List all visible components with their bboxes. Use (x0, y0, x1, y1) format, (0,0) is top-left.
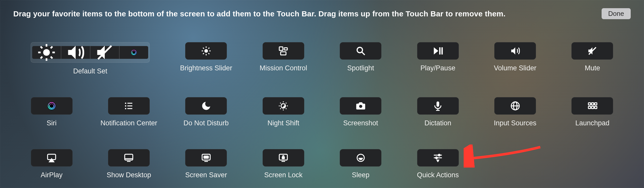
svg-line-40 (286, 108, 287, 109)
svg-line-23 (362, 52, 365, 55)
siri-icon (120, 46, 148, 59)
item-default-set[interactable]: Default Set (13, 42, 167, 75)
done-button[interactable]: Done (602, 8, 631, 19)
svg-rect-44 (437, 102, 439, 107)
header: Drag your favorite items to the bottom o… (13, 8, 631, 19)
label-input-sources: Input Sources (494, 119, 536, 127)
svg-point-22 (357, 47, 362, 53)
svg-line-8 (51, 47, 53, 48)
svg-rect-65 (282, 157, 285, 159)
volume-icon (494, 42, 536, 60)
sleep-icon (340, 149, 381, 167)
item-sleep[interactable]: Sleep (322, 149, 399, 179)
svg-point-0 (43, 49, 50, 56)
label-do-not-disturb: Do Not Disturb (183, 119, 229, 127)
svg-rect-19 (279, 47, 283, 50)
instruction-text: Drag your favorite items to the bottom o… (13, 9, 506, 18)
item-siri[interactable]: Siri (13, 97, 90, 127)
label-show-desktop: Show Desktop (107, 171, 151, 179)
play-pause-icon (417, 42, 459, 60)
svg-rect-26 (441, 47, 443, 54)
brightness-icon (185, 42, 227, 60)
label-brightness-slider: Brightness Slider (180, 64, 232, 72)
svg-line-5 (41, 47, 42, 48)
volume-icon (61, 46, 90, 59)
svg-point-32 (125, 108, 126, 109)
launchpad-icon (571, 97, 613, 115)
globe-icon (494, 97, 536, 115)
mute-icon (571, 42, 613, 60)
item-screen-saver[interactable]: Screen Saver (168, 149, 244, 179)
screen-saver-icon (185, 149, 227, 167)
item-input-sources[interactable]: Input Sources (477, 97, 554, 127)
svg-rect-58 (125, 154, 133, 160)
svg-point-43 (359, 105, 362, 108)
item-airplay[interactable]: AirPlay (13, 149, 90, 179)
lock-icon (263, 149, 304, 167)
item-notification-center[interactable]: Notification Center (90, 97, 167, 127)
label-screen-saver: Screen Saver (185, 171, 227, 179)
svg-rect-52 (595, 103, 597, 105)
microphone-icon (417, 97, 459, 115)
label-volume-slider: Volume Slider (494, 64, 536, 72)
svg-line-16 (208, 53, 209, 54)
label-screen-lock: Screen Lock (264, 171, 302, 179)
svg-rect-21 (281, 52, 286, 55)
svg-marker-24 (434, 47, 438, 54)
label-airplay: AirPlay (41, 171, 63, 179)
svg-rect-55 (595, 106, 597, 109)
item-quick-actions[interactable]: Quick Actions (400, 149, 476, 179)
svg-rect-51 (591, 103, 594, 105)
item-do-not-disturb[interactable]: Do Not Disturb (168, 97, 244, 127)
item-launchpad[interactable]: Launchpad (554, 97, 631, 127)
default-set-key (31, 42, 150, 63)
svg-point-28 (125, 103, 126, 104)
mute-icon (90, 46, 120, 59)
svg-rect-33 (127, 108, 132, 109)
moon-icon (185, 97, 227, 115)
desktop-icon (108, 149, 150, 167)
touchbar-customize-panel: Drag your favorite items to the bottom o… (0, 0, 644, 188)
siri-icon (31, 97, 73, 115)
list-icon (108, 97, 150, 115)
item-night-shift[interactable]: Night Shift (245, 97, 322, 127)
svg-rect-53 (588, 106, 591, 109)
svg-line-17 (203, 53, 204, 54)
mission-control-icon (263, 42, 304, 60)
quick-actions-icon (417, 149, 459, 167)
label-dictation: Dictation (425, 119, 451, 127)
svg-line-7 (41, 57, 42, 58)
search-icon (340, 42, 381, 60)
item-mute[interactable]: Mute (554, 42, 631, 72)
svg-line-18 (208, 48, 209, 49)
night-shift-icon (263, 97, 304, 115)
svg-rect-25 (439, 47, 440, 54)
svg-rect-29 (127, 103, 132, 104)
label-night-shift: Night Shift (267, 119, 299, 127)
svg-line-6 (51, 57, 53, 58)
svg-marker-73 (437, 161, 439, 162)
svg-rect-20 (284, 48, 287, 50)
svg-line-39 (280, 103, 281, 104)
item-mission-control[interactable]: Mission Control (245, 42, 322, 72)
item-spotlight[interactable]: Spotlight (322, 42, 399, 72)
label-siri: Siri (47, 119, 57, 127)
camera-icon (340, 97, 381, 115)
item-screen-lock[interactable]: Screen Lock (245, 149, 322, 179)
svg-point-30 (125, 105, 126, 106)
item-brightness-slider[interactable]: Brightness Slider (168, 42, 244, 72)
items-grid: Default Set Brightness Slider Mission Co… (13, 42, 631, 179)
svg-point-10 (204, 49, 208, 53)
item-play-pause[interactable]: Play/Pause (400, 42, 476, 72)
item-volume-slider[interactable]: Volume Slider (477, 42, 554, 72)
svg-line-42 (286, 103, 287, 104)
item-dictation[interactable]: Dictation (400, 97, 476, 127)
label-quick-actions: Quick Actions (417, 171, 459, 179)
item-show-desktop[interactable]: Show Desktop (90, 149, 167, 179)
label-notification-center: Notification Center (100, 119, 157, 127)
label-play-pause: Play/Pause (420, 64, 455, 72)
svg-rect-50 (588, 103, 591, 105)
item-screenshot[interactable]: Screenshot (322, 97, 399, 127)
brightness-icon (32, 46, 61, 59)
label-spotlight: Spotlight (347, 64, 374, 72)
